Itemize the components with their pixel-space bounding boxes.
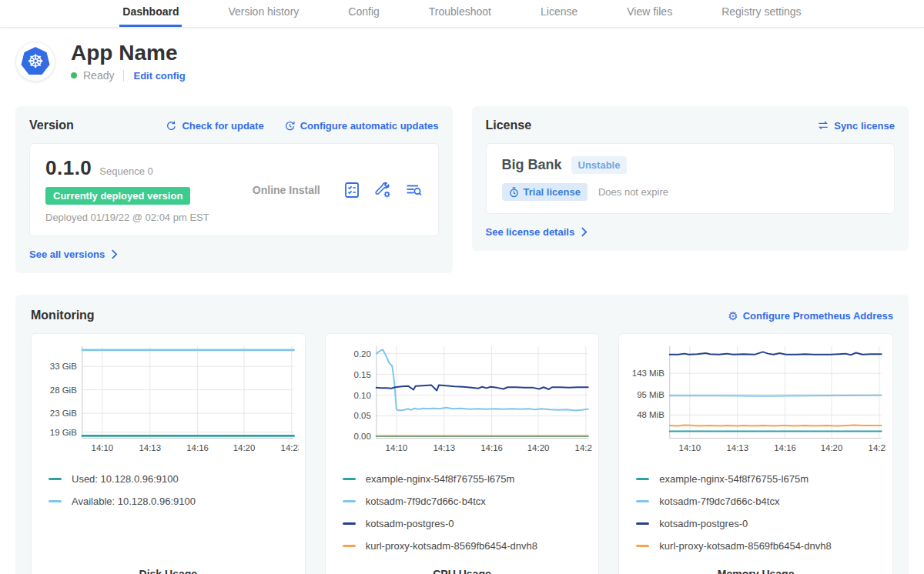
- view-deploy-logs-button[interactable]: [404, 181, 423, 199]
- legend-label: Available: 10.128.0.96:9100: [72, 496, 196, 507]
- legend-label: kotsadm-postgres-0: [366, 518, 454, 529]
- svg-text:14:16: 14:16: [480, 443, 503, 452]
- status-dot: [71, 72, 77, 78]
- svg-text:14:16: 14:16: [186, 443, 209, 452]
- sync-arrows-icon: [817, 120, 829, 131]
- svg-text:14:10: 14:10: [92, 443, 114, 452]
- chart-title: Memory Usage: [625, 568, 886, 574]
- svg-text:14:16: 14:16: [775, 443, 797, 452]
- chart-title: CPU Usage: [332, 568, 593, 574]
- cpu-usage-legend: example-nginx-54f8f76755-l675mkotsadm-7f…: [332, 473, 593, 562]
- memory-usage-chart: 14:1014:1314:1614:2014:23143 MiB95 MiB48…: [625, 342, 886, 462]
- install-type-label: Online Install: [230, 184, 343, 196]
- legend-item: kotsadm-7f9dc7d66c-b4tcx: [636, 496, 886, 507]
- chevron-right-icon: [581, 227, 588, 237]
- svg-text:95 MiB: 95 MiB: [638, 390, 665, 399]
- see-license-details-link[interactable]: See license details: [486, 226, 588, 238]
- tab-troubleshoot[interactable]: Troubleshoot: [426, 0, 494, 27]
- tab-license[interactable]: License: [537, 0, 581, 27]
- clock-refresh-icon: [284, 120, 296, 132]
- tab-view-files[interactable]: View files: [624, 0, 675, 27]
- sync-license-link[interactable]: Sync license: [817, 120, 895, 132]
- configure-prometheus-link[interactable]: ⚙ Configure Prometheus Address: [728, 310, 893, 322]
- checklist-icon: [343, 181, 361, 199]
- legend-item: Available: 10.128.0.96:9100: [49, 496, 299, 507]
- disk-usage-chart: 14:1014:1314:1614:2014:2333 GiB28 GiB23 …: [38, 342, 299, 462]
- svg-text:19 GiB: 19 GiB: [50, 428, 77, 437]
- kubernetes-icon: ☸: [18, 45, 52, 78]
- tab-config[interactable]: Config: [345, 0, 382, 27]
- svg-text:14:23: 14:23: [281, 443, 299, 452]
- svg-text:0.15: 0.15: [353, 370, 370, 379]
- svg-text:14:13: 14:13: [139, 443, 161, 452]
- svg-text:14:20: 14:20: [821, 443, 843, 452]
- legend-color-dash: [636, 478, 649, 480]
- legend-label: example-nginx-54f8f76755-l675m: [659, 473, 808, 485]
- svg-text:0.00: 0.00: [353, 432, 370, 441]
- legend-item: kotsadm-postgres-0: [343, 518, 593, 529]
- svg-text:0.20: 0.20: [353, 349, 370, 359]
- memory-usage-chart-card: 14:1014:1314:1614:2014:23143 MiB95 MiB48…: [618, 333, 893, 574]
- license-customer-name: Big Bank: [502, 157, 562, 173]
- refresh-icon: [166, 120, 177, 132]
- edit-config-values-button[interactable]: [373, 181, 392, 199]
- svg-text:143 MiB: 143 MiB: [632, 369, 665, 378]
- license-card-title: License: [486, 118, 532, 132]
- top-nav: DashboardVersion historyConfigTroublesho…: [0, 0, 924, 28]
- svg-text:14:20: 14:20: [527, 443, 549, 452]
- legend-label: Used: 10.128.0.96:9100: [72, 473, 179, 485]
- monitoring-section: Monitoring ⚙ Configure Prometheus Addres…: [15, 295, 909, 574]
- svg-text:14:20: 14:20: [233, 443, 256, 452]
- legend-color-dash: [343, 478, 356, 480]
- tab-registry-settings[interactable]: Registry settings: [718, 0, 804, 27]
- svg-text:14:10: 14:10: [679, 443, 701, 452]
- svg-text:48 MiB: 48 MiB: [638, 410, 665, 419]
- legend-label: kotsadm-7f9dc7d66c-b4tcx: [659, 496, 779, 507]
- legend-label: kotsadm-postgres-0: [659, 518, 748, 529]
- legend-item: kurl-proxy-kotsadm-8569fb6454-dnvh8: [343, 540, 593, 552]
- license-expiry: Does not expire: [598, 186, 668, 198]
- legend-item: kotsadm-postgres-0: [636, 518, 886, 529]
- version-card: Version Check for update Configure autom…: [15, 106, 453, 273]
- legend-color-dash: [636, 522, 649, 525]
- svg-text:23 GiB: 23 GiB: [50, 409, 77, 418]
- svg-text:0.10: 0.10: [353, 391, 370, 400]
- legend-item: example-nginx-54f8f76755-l675m: [636, 473, 886, 485]
- legend-label: kurl-proxy-kotsadm-8569fb6454-dnvh8: [659, 540, 831, 552]
- see-all-versions-link[interactable]: See all versions: [29, 249, 118, 260]
- legend-color-dash: [49, 478, 62, 480]
- disk-usage-legend: Used: 10.128.0.96:9100Available: 10.128.…: [38, 473, 299, 518]
- configure-auto-updates-link[interactable]: Configure automatic updates: [284, 120, 439, 132]
- version-card-title: Version: [29, 118, 74, 132]
- license-card: License Sync license Big Bank Unstable T…: [472, 106, 909, 251]
- cpu-usage-chart: 14:1014:1314:1614:2014:230.200.150.100.0…: [332, 342, 593, 462]
- version-number: 0.1.0: [45, 156, 92, 180]
- svg-text:14:13: 14:13: [433, 443, 455, 452]
- divider: [123, 70, 124, 82]
- legend-label: example-nginx-54f8f76755-l675m: [366, 473, 515, 485]
- version-sequence: Sequence 0: [99, 165, 152, 177]
- chevron-right-icon: [111, 249, 118, 259]
- memory-usage-legend: example-nginx-54f8f76755-l675mkotsadm-7f…: [625, 473, 886, 562]
- preflight-checks-button[interactable]: [343, 181, 361, 199]
- check-for-update-link[interactable]: Check for update: [166, 120, 263, 132]
- tab-dashboard[interactable]: Dashboard: [119, 0, 182, 27]
- status-badge: Ready: [83, 69, 114, 82]
- monitoring-title: Monitoring: [31, 309, 95, 322]
- svg-text:14:13: 14:13: [727, 443, 749, 452]
- legend-color-dash: [49, 500, 62, 502]
- svg-text:33 GiB: 33 GiB: [50, 362, 77, 371]
- disk-usage-chart-card: 14:1014:1314:1614:2014:2333 GiB28 GiB23 …: [31, 333, 306, 574]
- legend-label: kurl-proxy-kotsadm-8569fb6454-dnvh8: [366, 540, 537, 552]
- legend-item: Used: 10.128.0.96:9100: [49, 473, 299, 485]
- svg-text:14:23: 14:23: [869, 443, 886, 452]
- tab-version-history[interactable]: Version history: [225, 0, 302, 27]
- legend-color-dash: [343, 545, 356, 547]
- edit-config-link[interactable]: Edit config: [133, 70, 185, 82]
- legend-color-dash: [343, 500, 356, 502]
- wrench-gear-icon: [373, 181, 392, 199]
- app-header: ☸ App Name Ready Edit config: [15, 42, 909, 82]
- svg-text:14:23: 14:23: [574, 443, 592, 452]
- trial-license-badge: Trial license: [502, 183, 588, 201]
- svg-text:☸: ☸: [27, 51, 44, 72]
